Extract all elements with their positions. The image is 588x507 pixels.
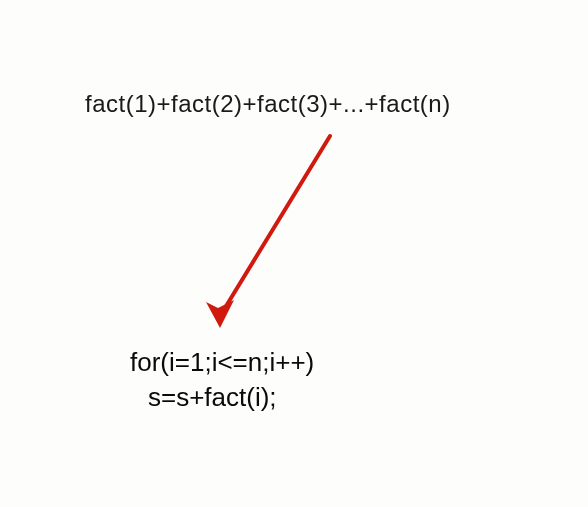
code-line-for: for(i=1;i<=n;i++) bbox=[130, 345, 314, 380]
code-snippet: for(i=1;i<=n;i++) s=s+fact(i); bbox=[130, 345, 314, 415]
arrow-annotation bbox=[190, 128, 350, 338]
arrow-icon bbox=[190, 128, 350, 338]
code-line-assign: s=s+fact(i); bbox=[148, 380, 314, 415]
formula-expression: fact(1)+fact(2)+fact(3)+...+fact(n) bbox=[85, 90, 451, 118]
svg-marker-1 bbox=[206, 300, 234, 328]
svg-line-0 bbox=[220, 136, 330, 316]
